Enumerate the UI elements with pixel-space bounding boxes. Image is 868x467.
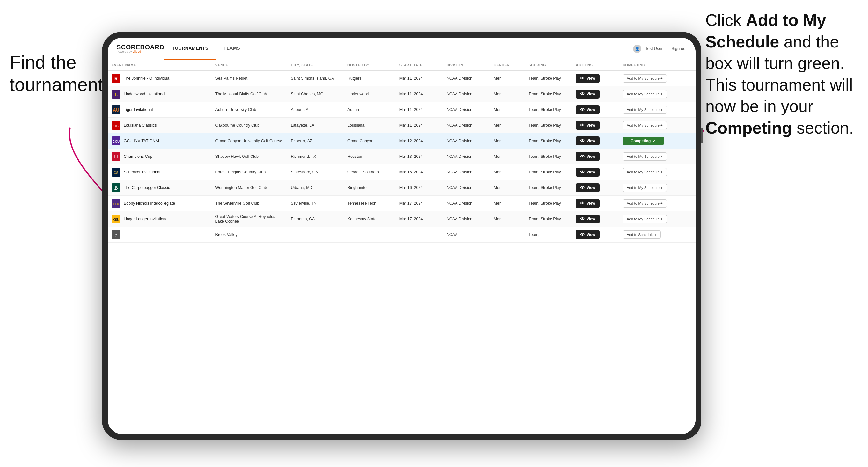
division-cell: NCAA Division I [443,164,490,180]
add-schedule-label: Add to My Schedule + [627,76,663,80]
hosted-by: Tennessee Tech [347,201,376,206]
date-cell: Mar 11, 2024 [396,102,443,118]
view-button[interactable]: 👁 View [576,74,599,83]
tablet-side-button[interactable] [701,127,703,144]
start-date: Mar 11, 2024 [399,107,423,112]
add-to-schedule-button[interactable]: Add to My Schedule + [623,168,667,176]
division-cell: NCAA Division I [443,133,490,149]
division: NCAA Division I [446,92,475,96]
view-button[interactable]: 👁 View [576,230,599,239]
add-to-schedule-button[interactable]: Add to My Schedule + [623,199,667,208]
view-button[interactable]: 👁 View [576,90,599,98]
venue-name: Sea Palms Resort [216,76,248,81]
view-label: View [587,139,595,143]
tab-tournaments[interactable]: TOURNAMENTS [164,38,216,60]
team-logo: B [112,183,121,192]
gender-cell: Men [490,211,525,227]
eye-icon: 👁 [580,154,585,159]
actions-cell: 👁 View [572,211,619,227]
venue-cell: The Sevierville Golf Club [212,196,287,211]
city-state: Lafayette, LA [291,123,314,127]
city-state: Saint Charles, MO [291,92,323,96]
add-to-schedule-button[interactable]: Add to My Schedule + [623,184,667,192]
view-button[interactable]: 👁 View [576,152,599,161]
team-logo: H [112,152,121,161]
division-cell: NCAA Division I [443,102,490,118]
start-date: Mar 12, 2024 [399,139,423,143]
event-name-cell: H Champions Cup [108,149,212,164]
svg-text:UL: UL [114,124,119,128]
add-to-schedule-button[interactable]: Add to My Schedule + [623,90,667,98]
eye-icon: 👁 [580,185,585,190]
event-name-cell: B The Carpetbagger Classic [108,180,212,196]
gender: Men [494,170,501,175]
tournaments-table-container: EVENT NAME VENUE CITY, STATE HOSTED BY S… [108,60,695,434]
svg-text:KSU: KSU [113,218,119,222]
view-button[interactable]: 👁 View [576,215,599,223]
scoring-cell: Team, Stroke Play [525,149,572,164]
competing-button[interactable]: Competing ✓ [623,137,664,145]
col-start-date: START DATE [396,60,443,70]
gender-cell [490,227,525,243]
event-name: The Carpetbagger Classic [124,186,170,190]
add-schedule-label: Add to Schedule + [627,233,657,237]
city-cell: Sevierville, TN [287,196,344,211]
view-button[interactable]: 👁 View [576,121,599,130]
event-name-cell: AU Tiger Invitational [108,102,212,118]
navbar: SCOREBOARD Powered by clippd TOURNAMENTS… [108,38,695,60]
nav-right: 👤 Test User | Sign out [633,44,687,53]
division: NCAA Division I [446,170,475,175]
tab-teams[interactable]: TEAMS [216,38,248,60]
hosted-by: Kennesaw State [347,217,376,221]
scoring: Team, Stroke Play [528,139,561,143]
scoring-cell: Team, Stroke Play [525,133,572,149]
view-button[interactable]: 👁 View [576,105,599,114]
city-cell: Auburn, AL [287,102,344,118]
hosted-by-cell: Lindenwood [344,86,396,102]
view-button[interactable]: 👁 View [576,183,599,192]
date-cell: Mar 15, 2024 [396,164,443,180]
venue-cell: Worthington Manor Golf Club [212,180,287,196]
view-button[interactable]: 👁 View [576,136,599,145]
city-cell: Lafayette, LA [287,118,344,133]
date-cell [396,227,443,243]
venue-name: Auburn University Club [216,107,256,112]
add-to-schedule-button[interactable]: Add to Schedule + [623,230,661,239]
eye-icon: 👁 [580,123,585,128]
view-button[interactable]: 👁 View [576,199,599,208]
app-title: SCOREBOARD [117,44,164,50]
add-to-schedule-button[interactable]: Add to My Schedule + [623,215,667,223]
event-name-cell: KSU Linger Longer Invitational [108,211,212,227]
tablet-screen: SCOREBOARD Powered by clippd TOURNAMENTS… [108,38,695,434]
view-button[interactable]: 👁 View [576,168,599,177]
actions-cell: 👁 View [572,133,619,149]
event-name: Champions Cup [124,154,152,159]
sign-out-link[interactable]: Sign out [671,46,687,51]
hosted-by-cell: Houston [344,149,396,164]
date-cell: Mar 17, 2024 [396,196,443,211]
event-name-cell: GCU GCU INVITATIONAL [108,133,212,149]
add-to-schedule-button[interactable]: Add to My Schedule + [623,74,667,83]
svg-text:B: B [115,185,118,191]
date-cell: Mar 12, 2024 [396,133,443,149]
add-to-schedule-button[interactable]: Add to My Schedule + [623,105,667,114]
eye-icon: 👁 [580,232,585,237]
add-to-schedule-button[interactable]: Add to My Schedule + [623,121,667,129]
scoring-cell: Team, Stroke Play [525,196,572,211]
add-to-schedule-button[interactable]: Add to My Schedule + [623,152,667,161]
venue-cell: Brook Valley [212,227,287,243]
city-state: Statesboro, GA [291,170,318,175]
hosted-by: Georgia Southern [347,170,379,175]
scoring: Team, Stroke Play [528,154,561,159]
actions-cell: 👁 View [572,180,619,196]
competing-cell: Add to My Schedule + [619,118,695,133]
division-cell: NCAA Division I [443,180,490,196]
view-label: View [587,232,595,237]
add-schedule-label: Add to My Schedule + [627,108,663,112]
competing-cell: Add to My Schedule + [619,164,695,180]
city-state: Urbana, MD [291,186,312,190]
view-label: View [587,92,595,96]
division: NCAA Division I [446,76,475,81]
scoring: Team, Stroke Play [528,107,561,112]
city-cell: Statesboro, GA [287,164,344,180]
